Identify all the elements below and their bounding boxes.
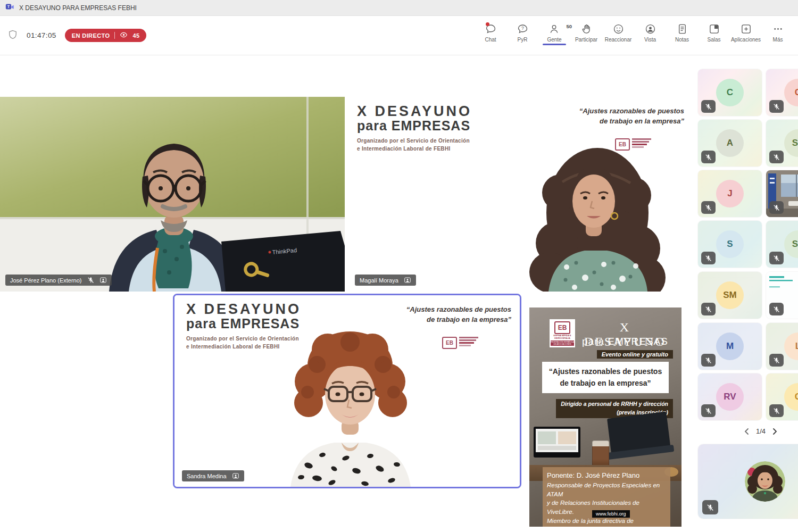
meeting-timer: 01:47:05: [27, 31, 56, 39]
avatar: C: [784, 383, 798, 411]
participant-tile[interactable]: SE: [766, 120, 798, 167]
spotlight-icon: [99, 277, 107, 284]
page-indicator: 1/4: [756, 427, 766, 435]
participant-name-label: Sandra Medina: [182, 470, 244, 481]
event-branding: X DESAYUNO para EMPRESAS Organizado por …: [357, 104, 472, 153]
notes-icon: [676, 21, 688, 36]
next-page-button[interactable]: [772, 428, 778, 435]
teams-meeting-window: T X DESAYUNO PARA EMPRESAS FEBHI 01:47:0…: [0, 0, 798, 532]
mic-off-icon: [769, 354, 784, 367]
event-quote: “Ajustes razonables de puestos de trabaj…: [579, 106, 684, 127]
participant-tile[interactable]: C: [766, 373, 798, 420]
live-label: EN DIRECTO: [72, 32, 110, 39]
participant-tile[interactable]: SE: [766, 221, 798, 268]
website-badge: www.febhi.org: [592, 510, 630, 518]
participant-screen-tile[interactable]: [766, 272, 798, 319]
people-icon: 50: [548, 21, 561, 36]
participant-video-tile[interactable]: [766, 170, 798, 217]
avatar: J: [716, 180, 744, 207]
participant-tile[interactable]: C: [698, 69, 762, 116]
participant-tile[interactable]: L: [766, 323, 798, 370]
eye-icon: [120, 32, 128, 39]
participant-tile[interactable]: C: [766, 69, 798, 116]
mic-off-icon: [701, 303, 716, 315]
participant-tile[interactable]: A: [698, 120, 762, 167]
participant-tile[interactable]: SM: [698, 272, 762, 319]
view-icon: [644, 21, 656, 36]
svg-text:T: T: [7, 4, 10, 9]
mic-off-icon: [769, 404, 784, 417]
speaker-info: Ponente: D. José Pérez Plano Responsable…: [543, 467, 670, 527]
mic-off-icon: [769, 151, 784, 163]
mic-off-icon: [701, 404, 716, 417]
svg-text:?: ?: [521, 26, 524, 31]
mic-off-icon: [702, 500, 718, 514]
participant-tile[interactable]: M: [698, 323, 762, 370]
mic-off-icon: [769, 303, 784, 315]
toolbar-item-participar[interactable]: Participar: [570, 19, 602, 43]
avatar: L: [784, 332, 798, 360]
event-branding: X DESAYUNO para EMPRESAS Organizado por …: [186, 302, 301, 351]
teams-meeting-icon: T: [5, 2, 14, 13]
toolbar-item-aplicaciones[interactable]: Aplicaciones: [730, 19, 762, 43]
raise-hand-icon: [580, 21, 593, 36]
febhi-logo: EB ESPINA BÍFIDA E HIDROCEFALIA FEDERACI…: [550, 319, 575, 347]
more-icon: [772, 21, 784, 36]
poster-subtitle: para EMPRESAS: [577, 336, 673, 347]
event-quote: “Ajustes razonables de puestos de trabaj…: [406, 305, 511, 325]
event-poster-tile[interactable]: EB ESPINA BÍFIDA E HIDROCEFALIA FEDERACI…: [529, 307, 681, 527]
meeting-toolbar: 01:47:05 EN DIRECTO 45 Chat ?: [0, 16, 798, 55]
mic-off-icon: [701, 354, 716, 367]
poster-quote: “Ajustes razonables de puestos de trabaj…: [542, 362, 669, 393]
toolbar-item-salas[interactable]: Salas: [698, 19, 730, 43]
window-title: X DESAYUNO PARA EMPRESAS FEBHI: [19, 4, 137, 12]
avatar: SE: [784, 129, 798, 157]
avatar: M: [716, 332, 744, 360]
active-tab-underline: [543, 44, 566, 45]
toolbar-item-pyr[interactable]: ? PyR: [506, 19, 538, 43]
febhi-logo: EB: [442, 337, 478, 349]
avatar: RV: [716, 383, 744, 411]
avatar: A: [716, 129, 744, 157]
smiley-icon: [612, 21, 625, 36]
mic-off-icon: [701, 100, 716, 113]
toolbar-item-vista[interactable]: Vista: [634, 19, 666, 43]
avatar: S: [716, 230, 744, 258]
viewer-count: 45: [132, 32, 139, 39]
online-badge: Evento online y gratuito: [597, 350, 673, 359]
mic-off-icon: [769, 201, 784, 214]
window-title-bar: T X DESAYUNO PARA EMPRESAS FEBHI: [0, 0, 798, 16]
toolbar-actions: Chat ? PyR 50 Gente Participa: [475, 19, 794, 43]
participant-name-label: Magalí Moraya: [355, 275, 416, 286]
participant-tile[interactable]: RV: [698, 373, 762, 420]
jose-video-frame: ThinkPad: [0, 97, 345, 292]
avatar: SM: [716, 281, 744, 309]
video-tile-sandra[interactable]: X DESAYUNO para EMPRESAS Organizado por …: [173, 294, 521, 488]
mini-display: [534, 427, 580, 458]
toolbar-item-gente[interactable]: 50 Gente: [538, 19, 570, 43]
avatar: SE: [784, 230, 798, 258]
avatar: C: [716, 79, 744, 106]
mic-off-icon: [701, 252, 716, 264]
toolbar-item-reaccionar[interactable]: Reaccionar: [602, 19, 634, 43]
video-tile-magali[interactable]: X DESAYUNO para EMPRESAS Organizado por …: [348, 97, 693, 292]
toolbar-item-notas[interactable]: Notas: [666, 19, 698, 43]
self-view-tile[interactable]: [698, 444, 798, 519]
toolbar-item-chat[interactable]: Chat: [475, 19, 506, 43]
mic-off-icon: [87, 277, 94, 284]
mic-off-icon: [769, 252, 784, 264]
live-badge: EN DIRECTO 45: [65, 29, 147, 42]
rooms-icon: [708, 21, 720, 36]
avatar-photo: [745, 461, 785, 502]
qna-icon: ?: [517, 21, 529, 36]
participant-tile[interactable]: S: [698, 221, 762, 268]
febhi-logo: EB: [615, 138, 651, 151]
video-tile-jose[interactable]: ThinkPad José Pérez Plano (Externo): [0, 97, 345, 292]
toolbar-item-mas[interactable]: Más: [762, 19, 794, 43]
prev-page-button[interactable]: [744, 428, 750, 435]
notification-dot: [486, 22, 489, 26]
participant-tile[interactable]: J: [698, 170, 762, 217]
apps-icon: [740, 21, 752, 36]
mic-off-icon: [769, 100, 784, 113]
avatar: C: [784, 79, 798, 106]
